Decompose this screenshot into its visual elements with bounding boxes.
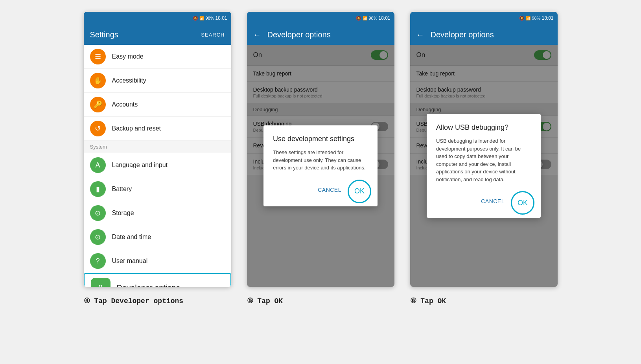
dialog-box-2: Use development settings These settings … bbox=[263, 125, 378, 206]
status-icons-3: 🔕 📶 98% 18:01 bbox=[519, 15, 553, 21]
settings-title: Settings bbox=[90, 30, 201, 39]
phone-1: 🔕 📶 98% 18:01 Settings SEARCH ☰ Easy mod… bbox=[84, 12, 231, 287]
signal-icon: 📶 bbox=[199, 16, 204, 20]
storage-icon: ⊙ bbox=[90, 205, 106, 221]
status-icons-2: 🔕 📶 98% 18:01 bbox=[356, 15, 390, 21]
back-arrow-2[interactable]: ← bbox=[253, 30, 261, 39]
battery-text-3: 98% bbox=[532, 16, 540, 20]
language-label: Language and input bbox=[112, 162, 168, 169]
settings-item-storage[interactable]: ⊙ Storage bbox=[84, 201, 231, 225]
notification-icon-3: 🔕 bbox=[519, 16, 525, 21]
step-label-2: ⑤ Tap OK bbox=[247, 296, 283, 305]
app-header-3: ← Developer options bbox=[410, 24, 558, 45]
dialog-ok-3[interactable]: OK bbox=[511, 191, 534, 215]
notification-icon-2: 🔕 bbox=[356, 16, 361, 21]
backup-icon: ↺ bbox=[90, 121, 106, 136]
dialog-actions-3: CANCEL OK bbox=[436, 191, 531, 211]
status-bar-1: 🔕 📶 98% 18:01 bbox=[84, 12, 231, 24]
dev-content-3: On Take bug report Desktop backup passwo… bbox=[410, 45, 558, 287]
time-display-2: 18:01 bbox=[378, 15, 390, 21]
app-header-1: Settings SEARCH bbox=[84, 24, 231, 45]
developer-icon: {} bbox=[91, 278, 111, 287]
settings-list: ☰ Easy mode ✋ Accessibility 🔑 Accounts ↺… bbox=[84, 45, 231, 287]
dev-options-title-2: Developer options bbox=[267, 30, 388, 39]
usermanual-icon: ? bbox=[90, 253, 106, 269]
backup-label: Backup and reset bbox=[112, 125, 161, 132]
usermanual-label: User manual bbox=[112, 257, 148, 265]
status-bar-3: 🔕 📶 98% 18:01 bbox=[410, 12, 558, 24]
back-arrow-3[interactable]: ← bbox=[416, 30, 424, 39]
app-header-2: ← Developer options bbox=[247, 24, 394, 45]
developer-label: Developer options bbox=[117, 283, 180, 287]
step-label-1: ④ Tap Developer options bbox=[84, 296, 184, 305]
datetime-icon: ⊙ bbox=[90, 229, 106, 245]
settings-item-usermanual[interactable]: ? User manual bbox=[84, 249, 231, 273]
search-button[interactable]: SEARCH bbox=[201, 32, 225, 38]
easy-mode-label: Easy mode bbox=[112, 53, 144, 60]
status-icons-1: 🔕 📶 98% 18:01 bbox=[193, 15, 227, 21]
notification-icon: 🔕 bbox=[193, 16, 198, 21]
settings-item-battery[interactable]: ▮ Battery bbox=[84, 177, 231, 201]
dialog-cancel-2[interactable]: CANCEL bbox=[318, 187, 341, 193]
settings-item-datetime[interactable]: ⊙ Date and time bbox=[84, 225, 231, 249]
system-section-header: System bbox=[84, 141, 231, 153]
panel-2: 🔕 📶 98% 18:01 ← Developer options On Tak… bbox=[247, 12, 394, 305]
time-display-1: 18:01 bbox=[215, 15, 227, 21]
storage-label: Storage bbox=[112, 210, 134, 217]
accessibility-label: Accessibility bbox=[112, 77, 146, 84]
settings-item-language[interactable]: A Language and input bbox=[84, 153, 231, 177]
dialog-body-2: These settings are intended for developm… bbox=[273, 149, 368, 172]
settings-item-developer[interactable]: {} Developer options bbox=[84, 273, 231, 287]
panel-3: 🔕 📶 98% 18:01 ← Developer options On Tak… bbox=[410, 12, 558, 305]
easy-mode-icon: ☰ bbox=[90, 49, 106, 64]
status-bar-2: 🔕 📶 98% 18:01 bbox=[247, 12, 394, 24]
dialog-body-3: USB debugging is intended for developmen… bbox=[436, 137, 531, 183]
settings-item-accessibility[interactable]: ✋ Accessibility bbox=[84, 69, 231, 93]
accessibility-icon: ✋ bbox=[90, 73, 106, 88]
accounts-icon: 🔑 bbox=[90, 97, 106, 112]
phone-3: 🔕 📶 98% 18:01 ← Developer options On Tak… bbox=[410, 12, 558, 287]
time-display-3: 18:01 bbox=[542, 15, 553, 21]
battery-text-2: 98% bbox=[368, 16, 377, 20]
dialog-ok-2[interactable]: OK bbox=[348, 180, 371, 203]
settings-item-accounts[interactable]: 🔑 Accounts bbox=[84, 93, 231, 117]
settings-item-easy-mode[interactable]: ☰ Easy mode bbox=[84, 45, 231, 69]
battery-icon: ▮ bbox=[90, 181, 106, 197]
dev-options-title-3: Developer options bbox=[431, 30, 551, 39]
dialog-box-3: Allow USB debugging? USB debugging is in… bbox=[427, 114, 541, 218]
dialog-title-2: Use development settings bbox=[273, 135, 368, 143]
dialog-title-3: Allow USB debugging? bbox=[436, 123, 531, 132]
language-icon: A bbox=[90, 157, 106, 173]
settings-item-backup[interactable]: ↺ Backup and reset bbox=[84, 117, 231, 141]
accounts-label: Accounts bbox=[112, 101, 138, 108]
dialog-cancel-3[interactable]: CANCEL bbox=[481, 198, 505, 204]
signal-icon-3: 📶 bbox=[526, 16, 530, 20]
battery-label: Battery bbox=[112, 186, 132, 193]
dialog-overlay-3: Allow USB debugging? USB debugging is in… bbox=[410, 45, 558, 287]
dialog-overlay-2: Use development settings These settings … bbox=[247, 45, 394, 287]
phone-2: 🔕 📶 98% 18:01 ← Developer options On Tak… bbox=[247, 12, 394, 287]
panel-1: 🔕 📶 98% 18:01 Settings SEARCH ☰ Easy mod… bbox=[84, 12, 231, 305]
dialog-actions-2: CANCEL OK bbox=[273, 180, 368, 200]
dev-content-2: On Take bug report Desktop backup passwo… bbox=[247, 45, 394, 287]
battery-text: 98% bbox=[205, 16, 214, 20]
signal-icon-2: 📶 bbox=[363, 16, 367, 20]
step-label-3: ⑥ Tap OK bbox=[410, 296, 446, 305]
datetime-label: Date and time bbox=[112, 233, 151, 241]
